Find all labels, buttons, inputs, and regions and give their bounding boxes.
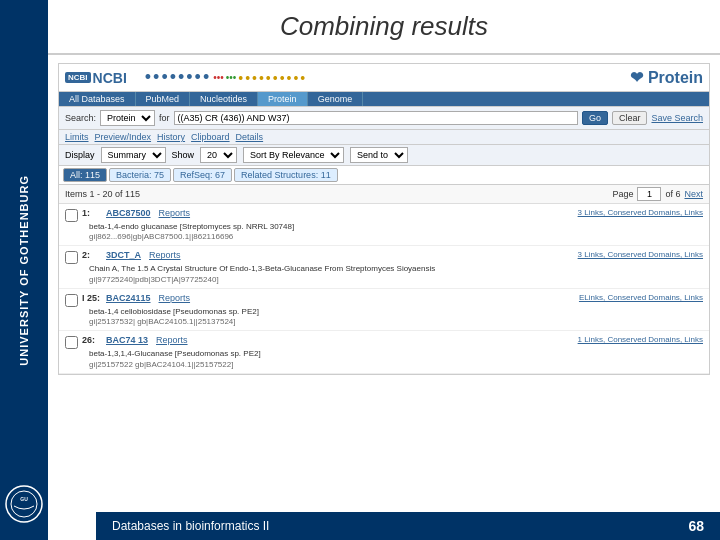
ncbi-logo-box: NCBI <box>65 72 91 83</box>
tab-refseq[interactable]: RefSeq: 67 <box>173 168 232 182</box>
footer-page-number: 68 <box>688 518 704 534</box>
ncbi-header: NCBI NCBI •••••••• ••• ••• •••••••••• ❤ … <box>58 63 710 91</box>
result-checkbox-2[interactable] <box>65 251 78 264</box>
display-bar: Display Summary Show 20 Sort By Relevanc… <box>58 144 710 165</box>
footer-left-text: Databases in bioinformatics II <box>112 519 269 533</box>
result-gi-4: gi|25157522 gb|BAC24104.1||25157522] <box>89 360 703 369</box>
main-content: Combining results NCBI NCBI •••••••• •••… <box>48 0 720 540</box>
result-right-links-3[interactable]: ELinks, Conserved Domains, Links <box>579 293 703 302</box>
ncbi-nav[interactable]: All Databases PubMed Nucleotides Protein… <box>58 91 710 106</box>
details-link[interactable]: Details <box>236 132 264 142</box>
result-desc-3: beta-1,4 cellobiosidase [Pseudomonas sp.… <box>89 307 703 317</box>
sort-select[interactable]: Sort By Relevance <box>243 147 344 163</box>
result-right-links-4[interactable]: 1 Links, Conserved Domains, Links <box>578 335 703 344</box>
title-area: Combining results <box>48 0 720 55</box>
result-num-3: I 25: <box>82 293 102 303</box>
nav-genome[interactable]: Genome <box>308 92 364 106</box>
result-report-1[interactable]: Reports <box>159 208 191 218</box>
result-report-3[interactable]: Reports <box>159 293 191 303</box>
result-report-2[interactable]: Reports <box>149 250 181 260</box>
next-link[interactable]: Next <box>684 189 703 199</box>
nav-all-databases[interactable]: All Databases <box>59 92 136 106</box>
result-id-2[interactable]: 3DCT_A <box>106 250 141 260</box>
result-gi-2: gi|97725240|pdb|3DCT|A|97725240] <box>89 275 703 284</box>
ncbi-screenshot: NCBI NCBI •••••••• ••• ••• •••••••••• ❤ … <box>48 55 720 383</box>
save-search-link[interactable]: Save Search <box>651 113 703 123</box>
result-header: 2: 3DCT_A Reports 3 Links, Conserved Dom… <box>65 250 703 264</box>
result-checkbox-1[interactable] <box>65 209 78 222</box>
result-right-links-1[interactable]: 3 Links, Conserved Domains, Links <box>578 208 703 217</box>
search-db-select[interactable]: Protein <box>100 110 155 126</box>
results-tabs: All: 115 Bacteria: 75 RefSeq: 67 Related… <box>58 165 710 184</box>
tab-all[interactable]: All: 115 <box>63 168 107 182</box>
result-desc-2: Chain A, The 1.5 A Crystal Structure Of … <box>89 264 703 274</box>
result-gi-1: gi|862...696|gb|ABC87500.1||862116696 <box>89 232 703 241</box>
show-count-select[interactable]: 20 <box>200 147 237 163</box>
display-format-select[interactable]: Summary <box>101 147 166 163</box>
pagination-controls: Page of 6 Next <box>612 187 703 201</box>
result-num-2: 2: <box>82 250 102 260</box>
dots-decoration: •••••••• ••• ••• •••••••••• <box>135 70 623 86</box>
nav-protein[interactable]: Protein <box>258 92 308 106</box>
ncbi-logo-text: NCBI <box>93 70 127 86</box>
search-input[interactable] <box>174 111 578 125</box>
result-right-links-2[interactable]: 3 Links, Conserved Domains, Links <box>578 250 703 259</box>
result-gi-3: gi|25137532| gb|BAC24105.1||25137524] <box>89 317 703 326</box>
search-label: Search: <box>65 113 96 123</box>
send-to-select[interactable]: Send to <box>350 147 408 163</box>
result-id-3[interactable]: BAC24115 <box>106 293 151 303</box>
limits-link[interactable]: Limits <box>65 132 89 142</box>
university-seal: GU <box>4 484 44 524</box>
pagination-row: Items 1 - 20 of 115 Page of 6 Next <box>59 185 709 204</box>
result-checkbox-3[interactable] <box>65 294 78 307</box>
clear-button[interactable]: Clear <box>612 111 648 125</box>
clipboard-link[interactable]: Clipboard <box>191 132 230 142</box>
result-header: 1: ABC87500 Reports 3 Links, Conserved D… <box>65 208 703 222</box>
result-report-4[interactable]: Reports <box>156 335 188 345</box>
search-bar: Search: Protein for Go Clear Save Search <box>58 106 710 129</box>
go-button[interactable]: Go <box>582 111 608 125</box>
result-num-4: 26: <box>82 335 102 345</box>
preview-link[interactable]: Preview/Index <box>95 132 152 142</box>
tab-bacteria[interactable]: Bacteria: 75 <box>109 168 171 182</box>
result-item: 2: 3DCT_A Reports 3 Links, Conserved Dom… <box>59 246 709 288</box>
items-label: Items 1 - 20 of 115 <box>65 189 140 199</box>
ncbi-logo: NCBI NCBI <box>65 70 127 86</box>
page-label: Page <box>612 189 633 199</box>
results-area: Items 1 - 20 of 115 Page of 6 Next 1: AB… <box>58 184 710 375</box>
svg-text:GU: GU <box>20 496 28 502</box>
result-item: 1: ABC87500 Reports 3 Links, Conserved D… <box>59 204 709 246</box>
result-id-4[interactable]: BAC74 13 <box>106 335 148 345</box>
result-desc-1: beta-1,4-endo glucanase [Streptomyces sp… <box>89 222 703 232</box>
university-name: UNIVERSITY OF GOTHENBURG <box>18 175 30 366</box>
result-id-1[interactable]: ABC87500 <box>106 208 151 218</box>
result-header: I 25: BAC24115 Reports ELinks, Conserved… <box>65 293 703 307</box>
nav-nucleotides[interactable]: Nucleotides <box>190 92 258 106</box>
result-header: 26: BAC74 13 Reports 1 Links, Conserved … <box>65 335 703 349</box>
options-bar: Limits Preview/Index History Clipboard D… <box>58 129 710 144</box>
display-label: Display <box>65 150 95 160</box>
history-link[interactable]: History <box>157 132 185 142</box>
sidebar: UNIVERSITY OF GOTHENBURG GU <box>0 0 48 540</box>
nav-pubmed[interactable]: PubMed <box>136 92 191 106</box>
svg-point-1 <box>11 491 37 517</box>
tab-related-structures[interactable]: Related Structures: 11 <box>234 168 338 182</box>
footer: Databases in bioinformatics II 68 <box>96 512 720 540</box>
protein-logo: ❤ Protein <box>630 68 703 87</box>
result-item: 26: BAC74 13 Reports 1 Links, Conserved … <box>59 331 709 373</box>
result-checkbox-4[interactable] <box>65 336 78 349</box>
search-for-label: for <box>159 113 170 123</box>
page-input[interactable] <box>637 187 661 201</box>
result-desc-4: beta-1,3,1,4-Glucanase [Pseudomonas sp. … <box>89 349 703 359</box>
result-num-1: 1: <box>82 208 102 218</box>
of-label: of 6 <box>665 189 680 199</box>
result-item: I 25: BAC24115 Reports ELinks, Conserved… <box>59 289 709 331</box>
page-title: Combining results <box>280 11 488 42</box>
show-label: Show <box>172 150 195 160</box>
